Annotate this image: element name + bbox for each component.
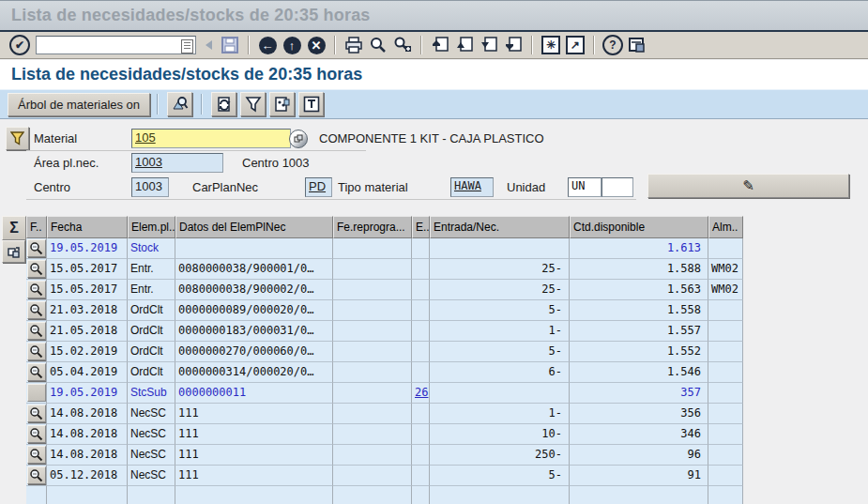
magnifier-icon bbox=[29, 324, 43, 338]
cell-icon bbox=[26, 300, 47, 321]
next-page-button[interactable] bbox=[478, 34, 500, 56]
new-session-button[interactable]: ✳ bbox=[540, 34, 562, 56]
detail-magnifier-button[interactable] bbox=[27, 301, 46, 319]
cell-elem: OrdClt bbox=[128, 342, 175, 362]
detail-magnifier-button[interactable] bbox=[27, 446, 46, 464]
cell-elem: OrdClt bbox=[128, 362, 175, 383]
export-button[interactable] bbox=[298, 92, 324, 116]
unidad-input[interactable]: UN bbox=[568, 177, 602, 197]
column-header[interactable]: Ctd.disponible bbox=[570, 216, 708, 238]
first-page-button[interactable] bbox=[429, 34, 451, 56]
enter-button[interactable]: ✔ bbox=[8, 34, 31, 56]
help-button[interactable]: ? bbox=[602, 34, 624, 56]
column-header[interactable]: Elem.pl.. bbox=[128, 216, 175, 238]
column-header[interactable]: Datos del ElemPlNec bbox=[175, 216, 333, 238]
unidad-input-2[interactable] bbox=[602, 177, 633, 197]
cell-ctd: 346 bbox=[570, 424, 708, 445]
cell-entrada: 1- bbox=[430, 321, 570, 342]
detail-magnifier-button[interactable] bbox=[27, 405, 46, 422]
cell-ctd: 1.558 bbox=[570, 300, 708, 321]
cell-e bbox=[412, 404, 430, 424]
tipo-material-input[interactable]: HAWA bbox=[450, 177, 494, 197]
cell-fecha bbox=[47, 486, 128, 504]
cell-elem: NecSC bbox=[128, 466, 175, 486]
find-next-button[interactable] bbox=[391, 34, 414, 56]
column-header[interactable]: Fecha bbox=[47, 216, 128, 238]
collapse-toolbar-icon[interactable] bbox=[206, 40, 212, 50]
row-select-button[interactable] bbox=[27, 384, 46, 402]
standard-toolbar: ✔ ← ↑ ✕ bbox=[0, 32, 868, 59]
back-button[interactable]: ← bbox=[256, 34, 279, 56]
cell-elem: NecSC bbox=[128, 424, 175, 445]
magnifier-icon bbox=[29, 365, 43, 379]
detail-magnifier-button[interactable] bbox=[27, 239, 46, 257]
area-input[interactable]: 1003 bbox=[131, 153, 223, 173]
application-toolbar: Árbol de materiales on bbox=[0, 89, 868, 119]
cell-datos bbox=[175, 238, 333, 259]
detail-magnifier-button[interactable] bbox=[27, 260, 46, 278]
detail-magnifier-button[interactable] bbox=[27, 425, 46, 443]
centro-input[interactable]: 1003 bbox=[131, 177, 169, 197]
column-header[interactable]: F.. bbox=[26, 216, 47, 238]
detail-window-button[interactable] bbox=[2, 240, 25, 263]
cell-fecha: 15.05.2017 bbox=[47, 280, 128, 300]
find-button[interactable] bbox=[367, 34, 389, 56]
detail-magnifier-button[interactable] bbox=[27, 466, 46, 484]
exception-link[interactable]: 26 bbox=[412, 383, 430, 404]
shortcut-button[interactable]: ↗ bbox=[564, 34, 586, 56]
column-header[interactable]: Alm.. bbox=[708, 216, 743, 238]
tipo-material-label: Tipo material bbox=[338, 180, 408, 194]
carplannec-input[interactable]: PD bbox=[305, 177, 332, 197]
detail-magnifier-button[interactable] bbox=[27, 281, 46, 298]
cell-alm bbox=[708, 383, 743, 404]
print-button[interactable] bbox=[343, 34, 365, 56]
previous-page-button[interactable] bbox=[453, 34, 476, 56]
detail-magnifier-button[interactable] bbox=[27, 343, 46, 360]
cell-datos: 0000000089/000020/0… bbox=[175, 300, 333, 321]
cancel-button[interactable]: ✕ bbox=[305, 34, 327, 56]
check-icon: ✔ bbox=[9, 35, 30, 55]
find-next-icon bbox=[394, 37, 411, 53]
column-header[interactable]: E.. bbox=[412, 216, 430, 238]
table-row: 05.12.2018NecSC1115-91 bbox=[26, 466, 743, 486]
last-page-button[interactable] bbox=[502, 34, 525, 56]
material-tree-toggle-button[interactable]: Árbol de materiales on bbox=[8, 93, 150, 116]
cell-entrada: 250- bbox=[430, 445, 570, 466]
cell-e bbox=[412, 486, 430, 504]
magnifier-icon bbox=[29, 262, 43, 276]
cell-e bbox=[412, 259, 430, 280]
material-matchcode-button[interactable] bbox=[289, 130, 308, 148]
column-header[interactable]: Entrada/Nec. bbox=[430, 216, 570, 238]
cell-fe bbox=[333, 238, 412, 259]
detail-magnifier-button[interactable] bbox=[27, 363, 46, 381]
material-input[interactable]: 105 bbox=[131, 129, 291, 148]
cell-icon bbox=[26, 424, 47, 445]
cell-e bbox=[412, 342, 430, 362]
overview-button[interactable] bbox=[167, 92, 192, 116]
cell-fe bbox=[333, 383, 412, 404]
sum-button[interactable]: Σ bbox=[2, 216, 26, 240]
cell-ctd: 1.588 bbox=[570, 259, 708, 280]
last-page-icon bbox=[505, 37, 522, 53]
save-disk-icon bbox=[221, 37, 238, 53]
column-header[interactable]: Fe.reprogra... bbox=[333, 216, 412, 238]
edit-notes-button[interactable]: ✎ bbox=[647, 174, 849, 198]
help-icon: ? bbox=[602, 35, 623, 55]
matchcode-icon bbox=[294, 134, 303, 144]
save-button[interactable] bbox=[219, 34, 241, 56]
customize-layout-button[interactable] bbox=[626, 34, 648, 56]
new-session-icon: ✳ bbox=[541, 36, 560, 54]
cell-entrada: 25- bbox=[430, 259, 570, 280]
filter-on-button[interactable] bbox=[6, 127, 29, 150]
magnifier-icon bbox=[29, 283, 43, 297]
command-input[interactable] bbox=[36, 36, 196, 54]
table-row: 15.05.2017Entr.0080000038/900002/0…25-1.… bbox=[26, 280, 743, 300]
exit-button[interactable]: ↑ bbox=[281, 34, 303, 56]
detail-magnifier-button[interactable] bbox=[27, 322, 46, 340]
command-list-icon[interactable] bbox=[181, 39, 193, 53]
cell-ctd: 96 bbox=[570, 445, 708, 466]
refresh-button[interactable] bbox=[211, 92, 236, 116]
cell-alm bbox=[708, 342, 743, 362]
order-report-button[interactable] bbox=[269, 92, 295, 116]
filter-button[interactable] bbox=[240, 92, 266, 116]
